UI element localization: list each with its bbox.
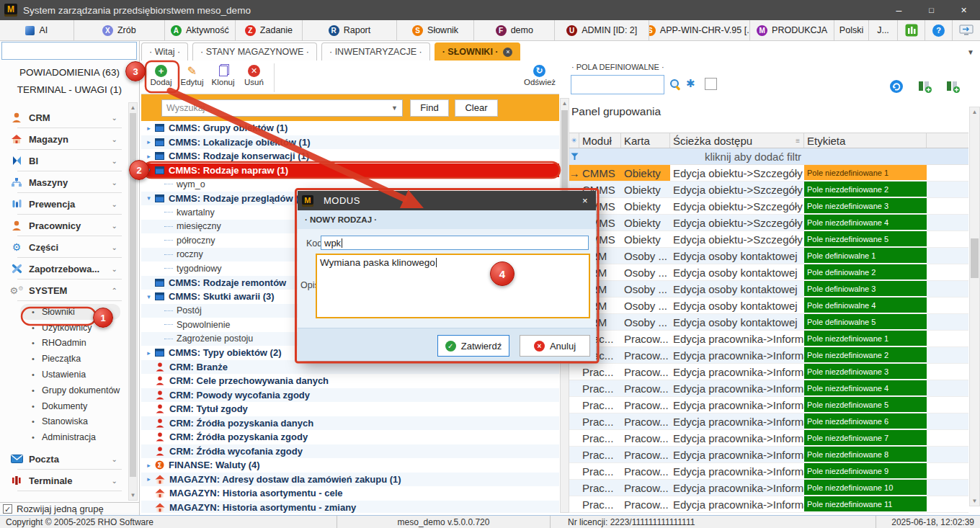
tree-row[interactable]: MAGAZYN: Historia asortymentu - cele — [141, 486, 559, 501]
tree-expander-icon[interactable]: ▾ — [144, 293, 153, 300]
sidebar-item-słowniki[interactable]: • Słowniki — [20, 304, 120, 320]
sidebar-group-bi[interactable]: BI ⌄ — [0, 150, 128, 171]
column-header-etykieta[interactable]: Etykieta — [804, 133, 927, 148]
table-row[interactable]: CRM Osoby ... Edycja osoby kontaktowej P… — [569, 281, 968, 297]
sidebar-item-użytkownicy[interactable]: • Użytkownicy — [0, 320, 128, 336]
tree-row[interactable]: ▸ Σ FINANSE: Waluty (4) — [141, 458, 559, 473]
search-combo[interactable]: Wyszukaj... ▼ — [161, 99, 403, 117]
grid-filter-row[interactable]: kliknij aby dodać filtr — [569, 148, 968, 165]
tree-expander-icon[interactable]: ▾ — [144, 194, 153, 202]
add-button[interactable]: + Dodaj — [146, 62, 177, 94]
opis-textarea[interactable]: Wymiana paska klinowego — [316, 254, 590, 318]
tree-row[interactable]: ▸ CMMS: Rodzaje konserwacji (1) — [141, 149, 559, 164]
maximize-button[interactable]: □ — [915, 0, 948, 20]
sidebar-item-stanowiska[interactable]: • Stanowiska — [0, 414, 128, 430]
search-icon[interactable] — [669, 78, 682, 91]
toolbar-item[interactable]: AI — [0, 20, 74, 40]
terminal-notes-banner[interactable]: TERMINAL - UWAGI (1) — [0, 84, 139, 95]
table-row[interactable]: Prac... Pracow... Edycja pracownika->Inf… — [569, 364, 968, 380]
delete-button[interactable]: ✕ Usuń — [239, 62, 270, 94]
toolbar-item[interactable]: U ADMIN [ID: 2] — [555, 20, 649, 40]
table-row[interactable]: CMMS Obiekty Edycja obiektu->Szczegóły P… — [569, 182, 968, 198]
filter-checkbox[interactable] — [705, 78, 717, 90]
sidebar-group-pracownicy[interactable]: Pracownicy ⌄ — [0, 215, 128, 236]
tree-expander-icon[interactable]: ▸ — [144, 153, 153, 160]
table-row[interactable]: CMMS Obiekty Edycja obiektu->Szczegóły P… — [569, 215, 968, 231]
table-row[interactable]: Prac... Pracow... Edycja pracownika->Inf… — [569, 413, 968, 430]
tree-row[interactable]: CRM: Źródła wycofania zgody — [141, 444, 559, 459]
table-row[interactable]: Prac... Pracow... Edycja pracownika->Inf… — [569, 480, 968, 496]
scrollbar-thumb[interactable] — [971, 238, 979, 278]
find-button[interactable]: Find — [410, 99, 449, 117]
tree-row[interactable]: ▸ MAGAZYN: Adresy dostaw dla zamówień za… — [141, 473, 559, 487]
toolbar-item[interactable]: X Zrób — [74, 20, 165, 40]
table-row[interactable]: CRM Osoby ... Edycja osoby kontaktowej P… — [569, 297, 968, 314]
tree-row[interactable]: MAGAZYN: Historia asortymentu - zmiany — [141, 501, 559, 514]
sidebar-scrollbar[interactable]: ▲ ▼ — [128, 102, 138, 501]
toolbar-item[interactable]: A Aktywność — [165, 20, 236, 40]
tree-expander-icon[interactable]: ▸ — [144, 349, 153, 357]
scroll-down-icon[interactable]: ▼ — [970, 496, 979, 506]
tree-row[interactable]: CRM: Powody wycofania zgody — [141, 388, 559, 403]
sidebar-item-grupy-dokumentów[interactable]: • Grupy dokumentów — [0, 382, 128, 398]
toolbar-item[interactable]: F demo — [474, 20, 555, 40]
sidebar-group-crm[interactable]: CRM ⌄ — [0, 107, 128, 128]
table-row[interactable]: CMMS Obiekty Edycja obiektu->Szczegóły P… — [569, 198, 968, 215]
tab[interactable]: · INWENTARYZACJE · — [321, 42, 430, 61]
grid-scrollbar[interactable]: ▲ ▼ — [969, 107, 980, 506]
table-row[interactable]: Prac... Pracow... Edycja pracownika->Inf… — [569, 463, 968, 480]
tree-expander-icon[interactable]: ▾ — [144, 166, 153, 174]
clone-button[interactable]: Klonuj — [208, 62, 239, 94]
tree-row[interactable]: ▸ CMMS: Grupy obiektów (1) — [141, 121, 559, 135]
tree-expander-icon[interactable]: ▸ — [144, 475, 153, 483]
help-button[interactable]: ? — [925, 20, 953, 40]
table-row[interactable]: Prac... Pracow... Edycja pracownika->Inf… — [569, 447, 968, 463]
tree-expander-icon[interactable]: ▸ — [144, 462, 153, 469]
table-row[interactable]: → CMMS Obiekty Edycja obiektu->Szczegóły… — [569, 165, 968, 182]
sidebar-group-zapotrzebowa-[interactable]: Zapotrzebowa... ⌄ — [0, 258, 128, 279]
tree-row[interactable]: CRM: Źródła pozyskania danych — [141, 416, 559, 431]
toolbar-item[interactable]: R Raport — [303, 20, 397, 40]
tab-close-icon[interactable]: × — [503, 48, 512, 57]
tree-row[interactable]: CRM: Branże — [141, 360, 559, 375]
tree-row[interactable]: CRM: Cele przechowywania danych — [141, 374, 559, 388]
toolbar-item[interactable]: Z Zadanie — [236, 20, 303, 40]
scroll-up-icon[interactable]: ▲ — [129, 103, 137, 112]
clear-button[interactable]: Clear — [455, 99, 498, 117]
tree-expander-icon[interactable]: ▸ — [144, 138, 153, 146]
tab[interactable]: · STANY MAGAZYNOWE · — [192, 42, 317, 61]
it-status-button[interactable] — [898, 20, 925, 40]
table-row[interactable]: CMMS Obiekty Edycja obiektu->Szczegóły P… — [569, 231, 968, 248]
scroll-up-icon[interactable]: ▲ — [561, 99, 569, 108]
refresh-button[interactable]: ↻ Odśwież — [524, 62, 555, 94]
tab[interactable]: · SŁOWNIKI · × — [435, 42, 521, 61]
minimize-button[interactable]: – — [883, 0, 915, 20]
settings-gear-icon[interactable]: ✱ — [686, 77, 695, 90]
sidebar-group-cz-ci[interactable]: ⚙ Części ⌄ — [0, 236, 128, 258]
sidebar-group-maszyny[interactable]: Maszyny ⌄ — [0, 171, 128, 193]
tree-row[interactable]: ▸ CMMS: Lokalizacje obiektów (1) — [141, 135, 559, 150]
notifications-banner[interactable]: POWIADOMIENIA (63) — [0, 67, 139, 78]
column-header-sciezka[interactable]: Ścieżka dostępu≡ — [670, 133, 804, 148]
column-header-karta[interactable]: Karta — [621, 133, 670, 148]
dialog-close-button[interactable]: × — [574, 195, 596, 206]
tree-expander-icon[interactable]: ▸ — [144, 125, 153, 132]
scrollbar-thumb[interactable] — [130, 113, 136, 477]
table-row[interactable]: Prac... Pracow... Edycja pracownika->Inf… — [569, 430, 968, 447]
sidebar-group-system[interactable]: ⚙⚙ SYSTEM ⌃ — [0, 279, 128, 301]
sidebar-group-terminale[interactable]: Terminale ⌄ — [0, 470, 128, 491]
sidebar-item-ustawienia[interactable]: • Ustawienia — [0, 367, 128, 382]
table-row[interactable]: CRM Osoby ... Edycja osoby kontaktowej P… — [569, 248, 968, 264]
edit-button[interactable]: ✎ Edytuj — [177, 62, 208, 94]
scroll-down-icon[interactable]: ▼ — [129, 491, 137, 500]
table-row[interactable]: CRM Osoby ... Edycja osoby kontaktowej P… — [569, 264, 968, 281]
tree-row[interactable]: ▾ CMMS: Rodzaje napraw (1) — [141, 164, 559, 178]
expand-one-group-checkbox[interactable]: ✓ — [3, 504, 12, 514]
table-row[interactable]: Prac... Pracow... Edycja pracownika->Inf… — [569, 347, 968, 364]
table-row[interactable]: Prac... Pracow... Edycja pracownika->Inf… — [569, 331, 968, 347]
grouping-panel[interactable]: Panel grupowania — [571, 105, 661, 118]
sidebar-item-pieczątka[interactable]: • Pieczątka — [0, 351, 128, 367]
tree-row[interactable]: wym_o — [141, 177, 559, 192]
add-band-button[interactable] — [940, 75, 966, 98]
sidebar-group-poczta[interactable]: Poczta ⌄ — [0, 448, 128, 470]
